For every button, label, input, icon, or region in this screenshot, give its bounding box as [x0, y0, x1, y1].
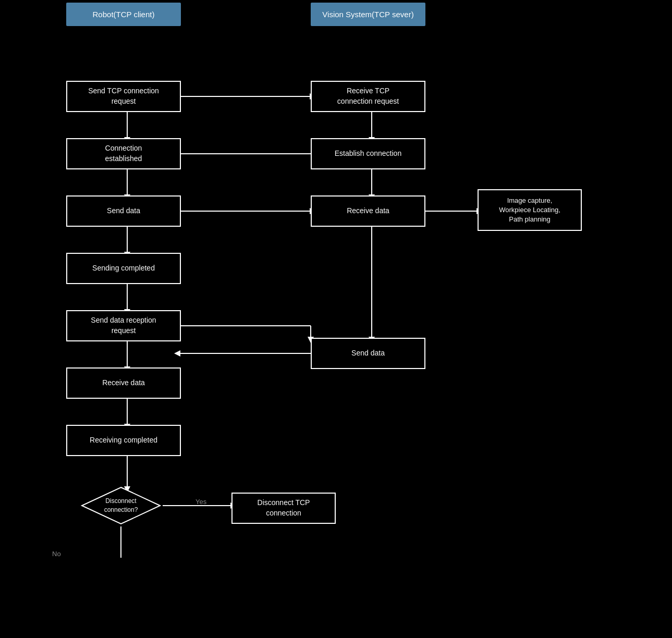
send-data-1-box: Send data: [66, 195, 181, 227]
receive-tcp-req-box: Receive TCPconnection request: [311, 81, 425, 112]
robot-header: Robot(TCP client): [66, 3, 181, 26]
establish-conn-box: Establish connection: [311, 138, 425, 169]
svg-text:connection?: connection?: [104, 506, 138, 513]
disconnect-diamond: Disconnect connection?: [79, 485, 163, 526]
svg-marker-29: [174, 350, 180, 357]
sending-completed-box: Sending completed: [66, 253, 181, 284]
disconnect-tcp-box: Disconnect TCPconnection: [231, 493, 336, 524]
receive-data-2-box: Receive data: [66, 367, 181, 399]
diagram-container: Robot(TCP client) Vision System(TCP seve…: [0, 0, 672, 638]
receiving-completed-box: Receiving completed: [66, 425, 181, 456]
svg-marker-36: [82, 487, 160, 524]
send-data-2-box: Send data: [311, 338, 425, 369]
svg-text:Disconnect: Disconnect: [105, 497, 137, 505]
send-tcp-req-box: Send TCP connectionrequest: [66, 81, 181, 112]
vision-header: Vision System(TCP sever): [311, 3, 425, 26]
conn-established-box: Connectionestablished: [66, 138, 181, 169]
image-capture-box: Image capture,Workpiece Locating,Path pl…: [478, 189, 582, 231]
yes-label: Yes: [196, 498, 206, 506]
send-data-recep-req-box: Send data receptionrequest: [66, 310, 181, 341]
diamond-svg: Disconnect connection?: [79, 485, 163, 526]
receive-data-1-box: Receive data: [311, 195, 425, 227]
no-label: No: [52, 550, 61, 558]
